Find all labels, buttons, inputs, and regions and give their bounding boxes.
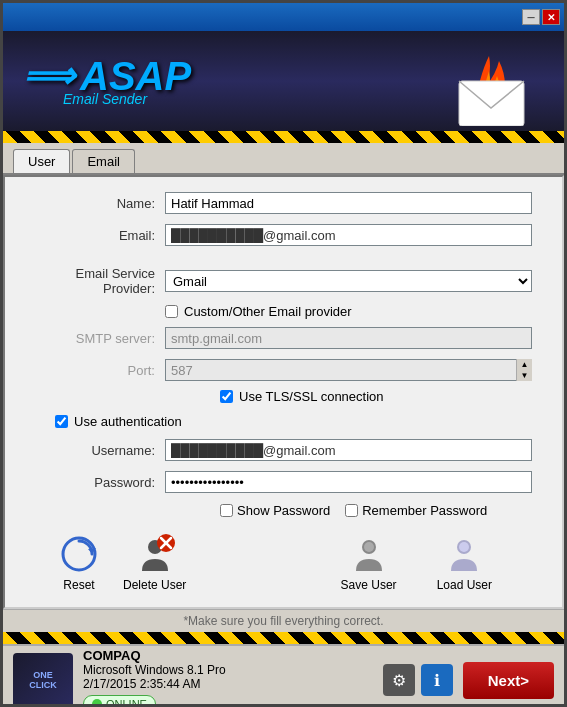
- password-label: Password:: [35, 475, 165, 490]
- email-row: Email:: [35, 224, 532, 246]
- custom-provider-row: Custom/Other Email provider: [35, 304, 532, 319]
- load-user-label: Load User: [437, 578, 492, 592]
- settings-icon-button[interactable]: ⚙: [383, 664, 415, 696]
- logo-name: ASAP: [80, 56, 191, 96]
- service-provider-select[interactable]: Gmail Yahoo Outlook Custom/Other: [165, 270, 532, 292]
- password-row: Password:: [35, 471, 532, 493]
- logo-area: ⟹ ASAP Email Sender: [23, 56, 191, 107]
- oneclick-logo: ONECLICK: [13, 653, 73, 708]
- hazard-border-top: [3, 131, 564, 143]
- os-info: Microsoft Windows 8.1 Pro: [83, 663, 383, 677]
- remember-password-label: Remember Password: [362, 503, 487, 518]
- load-user-icon: [440, 530, 488, 578]
- tls-label: Use TLS/SSL connection: [239, 389, 384, 404]
- username-label: Username:: [35, 443, 165, 458]
- remember-password-option: Remember Password: [345, 503, 487, 518]
- logo-subtitle: Email Sender: [63, 91, 147, 107]
- smtp-input: [165, 327, 532, 349]
- port-row: Port: ▲ ▼: [35, 359, 532, 381]
- reset-button[interactable]: Reset: [55, 530, 103, 592]
- custom-provider-label: Custom/Other Email provider: [184, 304, 352, 319]
- actions-row: Reset Delete User: [35, 530, 532, 592]
- save-user-label: Save User: [341, 578, 397, 592]
- save-user-icon: [345, 530, 393, 578]
- port-spin-down[interactable]: ▼: [517, 370, 532, 381]
- title-bar: ─ ✕: [3, 3, 564, 31]
- main-content: Name: Email: Email Service Provider: Gma…: [3, 175, 564, 609]
- delete-user-icon: [131, 530, 179, 578]
- status-bar: *Make sure you fill everything correct.: [3, 609, 564, 632]
- minimize-button[interactable]: ─: [522, 9, 540, 25]
- password-input[interactable]: [165, 471, 532, 493]
- username-input[interactable]: [165, 439, 532, 461]
- svg-rect-1: [459, 81, 524, 126]
- tab-user[interactable]: User: [13, 149, 70, 173]
- email-label: Email:: [35, 228, 165, 243]
- port-input-wrap: ▲ ▼: [165, 359, 532, 381]
- auth-row: Use authentication: [35, 414, 532, 429]
- footer-icons: ⚙ ℹ: [383, 664, 453, 696]
- username-row: Username:: [35, 439, 532, 461]
- svg-point-2: [63, 538, 95, 570]
- logo-text: ⟹ ASAP: [23, 56, 191, 96]
- save-user-button[interactable]: Save User: [341, 530, 397, 592]
- status-message: *Make sure you fill everything correct.: [183, 614, 383, 628]
- email-input[interactable]: [165, 224, 532, 246]
- name-label: Name:: [35, 196, 165, 211]
- name-input[interactable]: [165, 192, 532, 214]
- hazard-border-bottom: [3, 632, 564, 644]
- show-password-option: Show Password: [220, 503, 330, 518]
- footer-info: COMPAQ Microsoft Windows 8.1 Pro 2/17/20…: [83, 648, 383, 708]
- close-button[interactable]: ✕: [542, 9, 560, 25]
- password-options: Show Password Remember Password: [35, 503, 532, 518]
- svg-point-11: [459, 542, 469, 552]
- delete-user-label: Delete User: [123, 578, 186, 592]
- smtp-row: SMTP server:: [35, 327, 532, 349]
- window-controls: ─ ✕: [522, 9, 560, 25]
- service-provider-label: Email Service Provider:: [35, 266, 165, 296]
- flame-envelope-icon: [434, 46, 544, 129]
- company-name: COMPAQ: [83, 648, 383, 663]
- logo-arrow-icon: ⟹: [23, 58, 75, 94]
- port-label: Port:: [35, 363, 165, 378]
- right-action-buttons: Save User Load User: [341, 530, 512, 592]
- header-banner: ⟹ ASAP Email Sender: [3, 31, 564, 131]
- auth-checkbox[interactable]: [55, 415, 68, 428]
- reset-icon: [55, 530, 103, 578]
- delete-user-button[interactable]: Delete User: [123, 530, 186, 592]
- smtp-label: SMTP server:: [35, 331, 165, 346]
- remember-password-checkbox[interactable]: [345, 504, 358, 517]
- info-icon-button[interactable]: ℹ: [421, 664, 453, 696]
- tabs-area: User Email: [3, 143, 564, 175]
- svg-point-9: [364, 542, 374, 552]
- auth-label: Use authentication: [74, 414, 182, 429]
- show-password-label: Show Password: [237, 503, 330, 518]
- load-user-button[interactable]: Load User: [437, 530, 492, 592]
- show-password-checkbox[interactable]: [220, 504, 233, 517]
- datetime: 2/17/2015 2:35:44 AM: [83, 677, 383, 691]
- port-spinner: ▲ ▼: [516, 359, 532, 381]
- tab-email[interactable]: Email: [72, 149, 135, 173]
- service-provider-row: Email Service Provider: Gmail Yahoo Outl…: [35, 266, 532, 296]
- online-dot-icon: [92, 699, 102, 708]
- footer: ONECLICK COMPAQ Microsoft Windows 8.1 Pr…: [3, 644, 564, 707]
- next-button[interactable]: Next>: [463, 662, 554, 699]
- name-row: Name:: [35, 192, 532, 214]
- port-input: [165, 359, 532, 381]
- port-spin-up[interactable]: ▲: [517, 359, 532, 370]
- custom-provider-checkbox[interactable]: [165, 305, 178, 318]
- reset-label: Reset: [63, 578, 94, 592]
- online-label: ONLINE: [106, 698, 147, 708]
- tls-row: Use TLS/SSL connection: [35, 389, 532, 404]
- tls-checkbox[interactable]: [220, 390, 233, 403]
- online-badge: ONLINE: [83, 695, 156, 708]
